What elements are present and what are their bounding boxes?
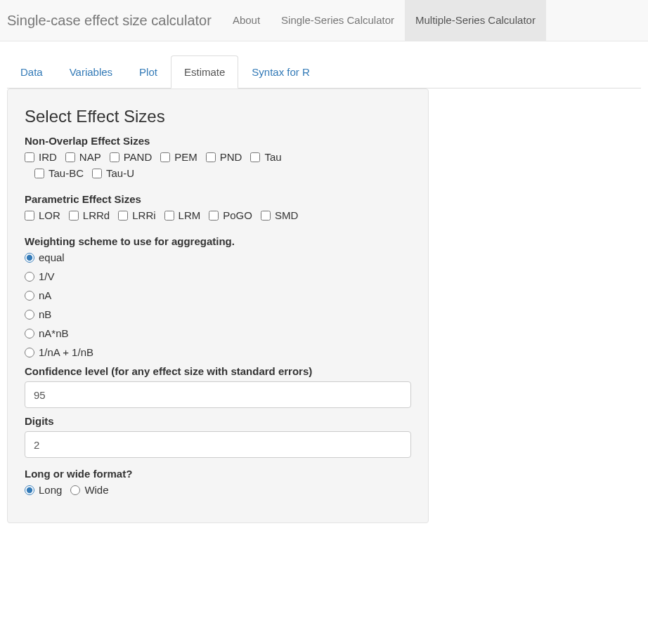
checkbox-lrri[interactable]: LRRi — [118, 209, 155, 221]
checkbox-tau[interactable]: Tau — [250, 151, 281, 163]
weighting-group: equal1/VnAnBnA*nB1/nA + 1/nB — [25, 251, 411, 358]
checkbox-input-ird[interactable] — [25, 152, 34, 162]
radio-input-weight-0[interactable] — [25, 253, 34, 263]
checkbox-input-lrri[interactable] — [118, 211, 128, 221]
tab-data[interactable]: Data — [7, 55, 56, 88]
weighting-label: Weighting scheme to use for aggregating. — [25, 235, 411, 247]
nav-multiple-series-calculator[interactable]: Multiple-Series Calculator — [405, 0, 546, 41]
checkbox-pogo[interactable]: PoGO — [209, 209, 252, 221]
navbar-brand: Single-case effect size calculator — [7, 1, 222, 39]
radio-weight-5[interactable]: 1/nA + 1/nB — [25, 346, 411, 358]
radio-weight-3[interactable]: nB — [25, 308, 411, 320]
digits-input[interactable] — [25, 431, 411, 458]
format-label: Long or wide format? — [25, 468, 411, 480]
checkbox-nap[interactable]: NAP — [65, 151, 101, 163]
checkbox-lrrd[interactable]: LRRd — [69, 209, 110, 221]
checkbox-tau-u[interactable]: Tau-U — [92, 167, 134, 179]
checkbox-input-lrm[interactable] — [164, 211, 174, 221]
radio-input-format-wide[interactable] — [70, 485, 80, 495]
confidence-label: Confidence level (for any effect size wi… — [25, 365, 411, 377]
radio-weight-1[interactable]: 1/V — [25, 270, 411, 282]
radio-weight-2[interactable]: nA — [25, 289, 411, 301]
digits-label: Digits — [25, 415, 411, 427]
tab-variables[interactable]: Variables — [56, 55, 126, 88]
nonoverlap-label: Non-Overlap Effect Sizes — [25, 135, 411, 147]
radio-input-weight-1[interactable] — [25, 272, 34, 282]
checkbox-ird[interactable]: IRD — [25, 151, 57, 163]
navbar-nav: AboutSingle-Series CalculatorMultiple-Se… — [222, 0, 546, 41]
radio-input-weight-2[interactable] — [25, 291, 34, 301]
checkbox-input-pand[interactable] — [110, 152, 119, 162]
checkbox-input-pogo[interactable] — [209, 211, 219, 221]
radio-input-weight-3[interactable] — [25, 310, 34, 320]
tabs-container: DataVariablesPlotEstimateSyntax for R — [0, 55, 648, 88]
radio-format-wide[interactable]: Wide — [70, 484, 108, 496]
nav-single-series-calculator[interactable]: Single-Series Calculator — [271, 0, 405, 41]
checkbox-input-pem[interactable] — [160, 152, 170, 162]
checkbox-input-nap[interactable] — [65, 152, 75, 162]
parametric-label: Parametric Effect Sizes — [25, 193, 411, 205]
nonoverlap-group: IRDNAPPANDPEMPNDTauTau-BCTau-U — [25, 151, 411, 183]
checkbox-input-smd[interactable] — [261, 211, 271, 221]
parametric-group: LORLRRdLRRiLRMPoGOSMD — [25, 209, 411, 225]
tab-plot[interactable]: Plot — [126, 55, 171, 88]
panel-heading: Select Effect Sizes — [25, 107, 411, 126]
checkbox-input-lrrd[interactable] — [69, 211, 79, 221]
checkbox-input-lor[interactable] — [25, 211, 34, 221]
checkbox-pem[interactable]: PEM — [160, 151, 197, 163]
radio-format-long[interactable]: Long — [25, 484, 62, 496]
nav-tabs: DataVariablesPlotEstimateSyntax for R — [7, 55, 641, 88]
radio-weight-0[interactable]: equal — [25, 251, 411, 263]
tab-syntax-for-r[interactable]: Syntax for R — [238, 55, 323, 88]
checkbox-tau-bc[interactable]: Tau-BC — [34, 167, 84, 179]
navbar: Single-case effect size calculator About… — [0, 0, 648, 41]
radio-weight-4[interactable]: nA*nB — [25, 327, 411, 339]
format-group: LongWide — [25, 484, 411, 500]
nav-about[interactable]: About — [222, 0, 271, 41]
checkbox-input-tau-bc[interactable] — [34, 169, 44, 178]
confidence-input[interactable] — [25, 381, 411, 408]
checkbox-input-tau-u[interactable] — [92, 169, 102, 178]
checkbox-lor[interactable]: LOR — [25, 209, 60, 221]
checkbox-lrm[interactable]: LRM — [164, 209, 201, 221]
checkbox-pand[interactable]: PAND — [110, 151, 153, 163]
checkbox-input-pnd[interactable] — [206, 152, 216, 162]
checkbox-smd[interactable]: SMD — [261, 209, 298, 221]
tab-estimate[interactable]: Estimate — [171, 55, 238, 88]
radio-input-format-long[interactable] — [25, 485, 34, 495]
radio-input-weight-4[interactable] — [25, 329, 34, 339]
radio-input-weight-5[interactable] — [25, 348, 34, 357]
checkbox-pnd[interactable]: PND — [206, 151, 242, 163]
checkbox-input-tau[interactable] — [250, 152, 260, 162]
estimate-panel: Select Effect Sizes Non-Overlap Effect S… — [7, 88, 429, 523]
